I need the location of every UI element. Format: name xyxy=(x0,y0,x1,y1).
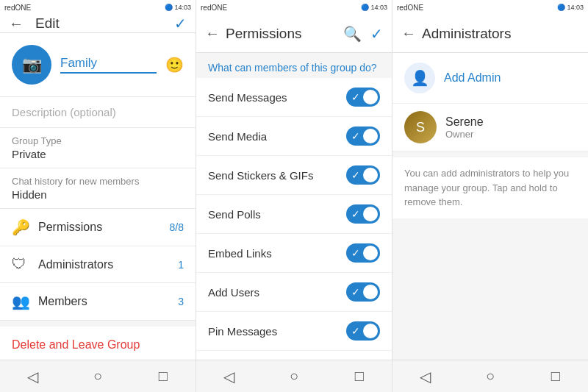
toggle-5[interactable]: ✓ xyxy=(346,282,380,302)
permissions-content: What can members of this group do? Send … xyxy=(196,53,392,360)
time-2: 14:03 xyxy=(370,4,387,11)
admin-serene-item[interactable]: S Serene Owner xyxy=(392,104,588,152)
status-bar-2: redONE 🔵 14:03 xyxy=(196,0,392,15)
permission-item-7[interactable]: Change Chat Info ✓ xyxy=(196,351,392,360)
nav-menu-3[interactable]: □ xyxy=(523,360,588,392)
admin-name: Serene xyxy=(445,115,484,129)
permissions-check-button[interactable]: ✓ xyxy=(370,25,383,43)
add-admin-item[interactable]: 👤 Add Admin xyxy=(392,53,588,104)
group-type-section: Group Type Private xyxy=(0,128,196,168)
nav-back-1[interactable]: ◁ xyxy=(0,360,65,392)
nav-menu-1[interactable]: □ xyxy=(130,360,196,392)
toggle-3[interactable]: ✓ xyxy=(346,204,380,224)
search-icon[interactable]: 🔍 xyxy=(343,25,362,43)
permissions-section-title: What can members of this group do? xyxy=(196,53,392,78)
members-badge: 3 xyxy=(178,296,184,307)
permission-item-6[interactable]: Pin Messages ✓ xyxy=(196,312,392,351)
administrators-panel: ← Administrators 👤 Add Admin S Serene Ow… xyxy=(392,15,588,360)
group-name[interactable]: Family xyxy=(60,56,157,74)
admin-avatar: S xyxy=(404,111,437,143)
chat-history-label: Chat history for new members xyxy=(12,176,184,187)
time-3: 14:03 xyxy=(567,4,584,11)
chat-history-value: Hidden xyxy=(12,188,184,201)
permission-item-2[interactable]: Send Stickers & GIFs ✓ xyxy=(196,156,392,195)
administrators-toolbar: ← Administrators xyxy=(392,15,588,53)
nav-home-1[interactable]: ○ xyxy=(65,360,131,392)
add-admin-label: Add Admin xyxy=(444,71,501,85)
permission-label-4: Embed Links xyxy=(208,247,346,260)
carrier-2: redONE xyxy=(201,4,227,12)
admin-avatar-img: S xyxy=(404,111,437,143)
nav-back-3[interactable]: ◁ xyxy=(392,360,458,392)
permissions-item[interactable]: 🔑 Permissions 8/8 xyxy=(0,209,196,246)
permission-item-3[interactable]: Send Polls ✓ xyxy=(196,195,392,234)
status-bar-3: redONE 🔵 14:03 xyxy=(392,0,588,15)
carrier-3: redONE xyxy=(397,4,423,12)
permissions-label: Permissions xyxy=(38,221,170,234)
nav-menu-2[interactable]: □ xyxy=(326,360,392,392)
chat-history-section: Chat history for new members Hidden xyxy=(0,168,196,209)
group-name-input[interactable]: Family xyxy=(60,56,157,74)
permission-label-3: Send Polls xyxy=(208,208,346,221)
nav-bar-2: ◁ ○ □ xyxy=(196,360,392,392)
toggle-1[interactable]: ✓ xyxy=(346,126,380,146)
toggle-6[interactable]: ✓ xyxy=(346,321,380,341)
permission-item-0[interactable]: Send Messages ✓ xyxy=(196,78,392,117)
permission-item-4[interactable]: Embed Links ✓ xyxy=(196,234,392,273)
administrators-back-button[interactable]: ← xyxy=(401,25,416,42)
group-avatar[interactable]: 📷 xyxy=(12,45,51,85)
add-admin-icon: 👤 xyxy=(404,63,435,93)
toggle-2[interactable]: ✓ xyxy=(346,165,380,185)
members-label: Members xyxy=(38,295,178,308)
admin-info: Serene Owner xyxy=(445,115,484,140)
permissions-back-button[interactable]: ← xyxy=(205,25,220,42)
profile-section: 📷 Family 🙂 xyxy=(0,33,196,97)
admin-info-box: You can add administrators to help you m… xyxy=(392,157,588,218)
carrier-1: redONE xyxy=(4,4,31,12)
edit-title: Edit xyxy=(35,15,174,32)
permission-label-5: Add Users xyxy=(208,286,346,299)
administrators-item[interactable]: 🛡 Administrators 1 xyxy=(0,246,196,283)
permissions-badge: 8/8 xyxy=(170,221,184,233)
delete-group-button[interactable]: Delete and Leave Group xyxy=(0,327,196,360)
description-field[interactable]: Description (optional) xyxy=(0,97,196,128)
permissions-list: Send Messages ✓ Send Media ✓ Send Sticke… xyxy=(196,78,392,360)
members-icon: 👥 xyxy=(12,293,32,310)
edit-panel: ← Edit ✓ 📷 Family 🙂 Description (optiona… xyxy=(0,15,196,360)
administrators-label: Administrators xyxy=(38,258,178,271)
toggle-4[interactable]: ✓ xyxy=(346,243,380,263)
emoji-icon[interactable]: 🙂 xyxy=(165,56,184,74)
permissions-panel: ← Permissions 🔍 ✓ What can members of th… xyxy=(196,15,392,360)
group-type-value: Private xyxy=(12,148,184,160)
permission-label-6: Pin Messages xyxy=(208,325,346,338)
nav-home-2[interactable]: ○ xyxy=(262,360,327,392)
back-button[interactable]: ← xyxy=(9,15,24,32)
admin-role: Owner xyxy=(445,129,484,140)
status-bar-1: redONE 🔵 14:03 xyxy=(0,0,196,15)
permission-item-1[interactable]: Send Media ✓ xyxy=(196,117,392,156)
administrators-badge: 1 xyxy=(178,259,184,271)
permission-label-0: Send Messages xyxy=(208,91,346,104)
permissions-toolbar: ← Permissions 🔍 ✓ xyxy=(196,15,392,53)
check-button[interactable]: ✓ xyxy=(174,15,187,32)
permission-label-2: Send Stickers & GIFs xyxy=(208,169,346,182)
nav-bar-3: ◁ ○ □ xyxy=(392,360,588,392)
nav-back-2[interactable]: ◁ xyxy=(196,360,262,392)
time-1: 14:03 xyxy=(174,4,191,11)
permissions-icon: 🔑 xyxy=(12,218,32,236)
permission-label-1: Send Media xyxy=(208,130,346,143)
toggle-0[interactable]: ✓ xyxy=(346,88,380,107)
group-type-label: Group Type xyxy=(12,135,184,146)
permissions-title: Permissions xyxy=(226,26,343,42)
edit-toolbar: ← Edit ✓ xyxy=(0,15,196,33)
nav-bar-1: ◁ ○ □ xyxy=(0,360,196,392)
administrators-title: Administrators xyxy=(422,26,579,42)
members-item[interactable]: 👥 Members 3 xyxy=(0,283,196,321)
nav-home-3[interactable]: ○ xyxy=(458,360,523,392)
administrators-icon: 🛡 xyxy=(12,256,32,273)
permission-item-5[interactable]: Add Users ✓ xyxy=(196,273,392,312)
